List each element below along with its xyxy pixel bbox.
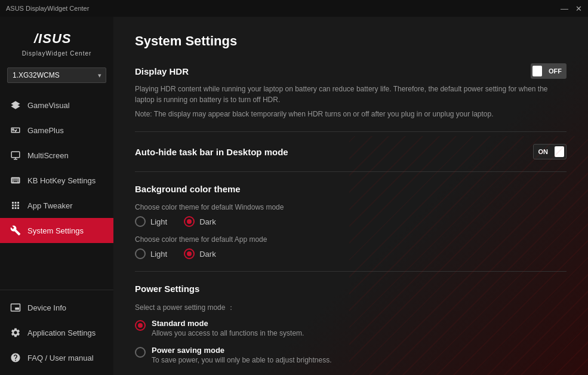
app-dark-option[interactable]: Dark <box>184 248 216 259</box>
app-mode-label: Choose color theme for default App mode <box>135 235 567 244</box>
windows-light-label: Light <box>150 217 167 226</box>
sidebar-item-app-settings[interactable]: Application Settings <box>0 320 113 345</box>
sidebar-item-gameplus[interactable]: GamePlus <box>0 118 113 143</box>
app-light-label: Light <box>150 250 167 259</box>
windows-light-option[interactable]: Light <box>135 216 167 227</box>
app-body: /ISUS DisplayWidget Center 1.XG32WCMS Ga… <box>0 17 588 375</box>
windows-light-radio[interactable] <box>135 216 146 227</box>
monitor-select-container: 1.XG32WCMS <box>7 67 106 83</box>
auto-hide-title: Auto-hide task bar in Desktop mode <box>135 147 288 157</box>
standard-mode-text: Standard mode Allows you access to all f… <box>152 319 304 337</box>
sidebar-label-app-settings: Application Settings <box>27 328 96 337</box>
device-icon <box>10 302 21 313</box>
app-light-option[interactable]: Light <box>135 248 167 259</box>
toggle-indicator-right <box>555 146 564 157</box>
main-content: System Settings Display HDR OFF Playing … <box>113 17 588 375</box>
wrench-icon <box>10 225 21 236</box>
power-saving-option[interactable]: Power saving mode To save power, you wil… <box>135 346 567 364</box>
sidebar-label-faq: FAQ / User manual <box>27 354 94 362</box>
sidebar-label-multiscreen: MultiScreen <box>27 151 69 160</box>
windows-theme-radio-group: Light Dark <box>135 216 567 227</box>
sidebar-label-device-info: Device Info <box>27 303 66 312</box>
power-saving-radio[interactable] <box>135 347 146 358</box>
standard-mode-title: Standard mode <box>152 319 304 328</box>
window-controls: — ✕ <box>561 5 582 13</box>
page-title: System Settings <box>135 33 567 49</box>
gamevisual-icon <box>10 99 21 111</box>
monitor-select-wrap: 1.XG32WCMS <box>0 67 113 93</box>
auto-hide-section: Auto-hide task bar in Desktop mode ON <box>135 144 567 159</box>
divider-3 <box>135 271 567 272</box>
app-dark-radio[interactable] <box>184 248 195 259</box>
auto-hide-toggle[interactable]: ON <box>533 144 567 159</box>
sidebar-label-gameplus: GamePlus <box>27 126 64 135</box>
power-settings-section: Power Settings Select a power setting mo… <box>135 284 567 364</box>
svg-text:/ISUS: /ISUS <box>33 31 71 45</box>
sidebar-label-kb-hotkey: KB HotKey Settings <box>27 176 96 185</box>
toggle-off-label: OFF <box>544 67 567 75</box>
power-settings-title: Power Settings <box>135 284 199 294</box>
close-button[interactable]: ✕ <box>575 5 582 13</box>
sidebar: /ISUS DisplayWidget Center 1.XG32WCMS Ga… <box>0 17 113 375</box>
display-hdr-desc2: Note: The display may appear black tempo… <box>135 109 553 119</box>
divider-2 <box>135 171 567 172</box>
tweaker-icon <box>10 199 21 211</box>
logo-area: /ISUS DisplayWidget Center <box>0 23 113 67</box>
windows-mode-label: Choose color theme for default Windows m… <box>135 203 567 211</box>
display-hdr-title: Display HDR <box>135 66 189 76</box>
sidebar-item-kb-hotkey[interactable]: KB HotKey Settings <box>0 168 113 193</box>
standard-mode-desc: Allows you access to all functions in th… <box>152 329 304 337</box>
sidebar-label-system-settings: System Settings <box>27 226 84 235</box>
multiscreen-icon <box>10 149 21 161</box>
power-saving-title: Power saving mode <box>152 346 332 355</box>
nav-bottom: Device Info Application Settings FAQ / U… <box>0 290 113 375</box>
sidebar-item-gamevisual[interactable]: GameVisual <box>0 93 113 118</box>
sidebar-item-faq[interactable]: FAQ / User manual <box>0 345 113 370</box>
standard-mode-option[interactable]: Standard mode Allows you access to all f… <box>135 319 567 337</box>
auto-hide-header: Auto-hide task bar in Desktop mode ON <box>135 144 567 159</box>
windows-dark-radio[interactable] <box>184 216 195 227</box>
sidebar-item-app-tweaker[interactable]: App Tweaker <box>0 193 113 218</box>
display-hdr-header: Display HDR OFF <box>135 63 567 79</box>
power-saving-text: Power saving mode To save power, you wil… <box>152 346 332 364</box>
gear-icon <box>10 327 21 339</box>
display-hdr-toggle[interactable]: OFF <box>531 63 567 79</box>
keyboard-icon <box>10 174 21 186</box>
toggle-on-label: ON <box>534 148 553 155</box>
question-icon <box>10 352 21 364</box>
logo-text: /ISUS <box>10 30 104 49</box>
sidebar-label-gamevisual: GameVisual <box>27 101 70 110</box>
app-dark-label: Dark <box>199 250 216 259</box>
standard-mode-radio[interactable] <box>135 320 146 331</box>
app-light-radio[interactable] <box>135 248 146 259</box>
titlebar: ASUS DisplayWidget Center — ✕ <box>0 0 588 17</box>
nav-items: GameVisual GamePlus MultiScreen KB HotKe… <box>0 93 113 290</box>
bg-color-theme-title: Background color theme <box>135 184 241 194</box>
gamepad-icon <box>10 124 21 136</box>
sidebar-label-app-tweaker: App Tweaker <box>27 201 73 210</box>
power-options: Standard mode Allows you access to all f… <box>135 319 567 364</box>
power-select-label: Select a power setting mode ： <box>135 303 567 313</box>
app-theme-radio-group: Light Dark <box>135 248 567 259</box>
logo-subtitle: DisplayWidget Center <box>10 50 104 57</box>
divider-1 <box>135 131 567 132</box>
display-hdr-section: Display HDR OFF Playing HDR content whil… <box>135 63 567 119</box>
sidebar-item-multiscreen[interactable]: MultiScreen <box>0 143 113 168</box>
toggle-indicator <box>532 66 542 76</box>
sidebar-item-device-info[interactable]: Device Info <box>0 295 113 320</box>
monitor-select[interactable]: 1.XG32WCMS <box>7 67 106 83</box>
windows-dark-option[interactable]: Dark <box>184 216 216 227</box>
app-title: ASUS DisplayWidget Center <box>6 5 89 12</box>
minimize-button[interactable]: — <box>561 5 568 13</box>
windows-dark-label: Dark <box>199 217 216 226</box>
bg-color-theme-section: Background color theme Choose color them… <box>135 184 567 259</box>
display-hdr-desc1: Playing HDR content while running your l… <box>135 84 553 105</box>
sidebar-item-system-settings[interactable]: System Settings <box>0 218 113 243</box>
power-saving-desc: To save power, you will only be able to … <box>152 356 332 364</box>
